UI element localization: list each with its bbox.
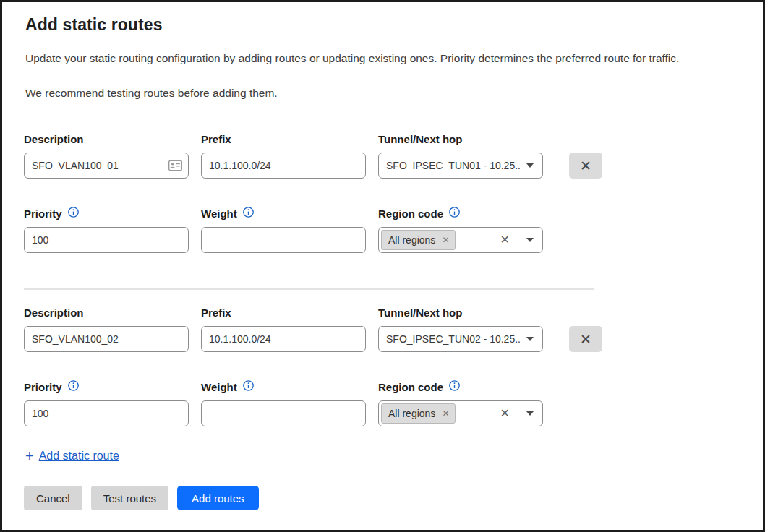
- remove-route-button[interactable]: ✕: [569, 153, 602, 179]
- info-icon[interactable]: [68, 380, 79, 393]
- test-routes-button[interactable]: Test routes: [91, 486, 168, 510]
- weight-label: Weight: [201, 206, 366, 220]
- route-2-row-1: Description Prefix Tunnel/Next hop SFO_I…: [24, 305, 741, 352]
- info-icon[interactable]: [449, 207, 460, 220]
- tunnel-select[interactable]: SFO_IPSEC_TUN02 - 10.25...: [378, 326, 543, 352]
- chip-remove-icon[interactable]: ✕: [442, 236, 449, 244]
- prefix-label: Prefix: [201, 132, 366, 146]
- route-2-tunnel-field: Tunnel/Next hop SFO_IPSEC_TUN02 - 10.25.…: [378, 305, 543, 352]
- chevron-down-icon: [526, 337, 534, 341]
- weight-label: Weight: [201, 379, 366, 394]
- chevron-down-icon: [526, 411, 534, 416]
- description-text-1: Update your static routing configuration…: [25, 52, 741, 65]
- priority-label: Priority: [24, 379, 189, 394]
- route-block-2: Description Prefix Tunnel/Next hop SFO_I…: [24, 305, 741, 426]
- route-1-region-field: Region code All regions ✕: [378, 206, 543, 253]
- priority-input[interactable]: [24, 227, 189, 253]
- info-icon[interactable]: [243, 380, 254, 393]
- route-2-region-field: Region code All regions ✕: [378, 379, 543, 426]
- region-code-select[interactable]: All regions ✕ ✕: [378, 400, 543, 426]
- route-1-tunnel-field: Tunnel/Next hop SFO_IPSEC_TUN01 - 10.25.…: [378, 132, 543, 179]
- add-routes-button[interactable]: Add routes: [177, 486, 259, 510]
- info-icon[interactable]: [243, 207, 254, 220]
- remove-route-button[interactable]: ✕: [569, 326, 602, 352]
- tunnel-selected-value: SFO_IPSEC_TUN01 - 10.25...: [386, 160, 521, 171]
- weight-input[interactable]: [201, 227, 366, 253]
- route-1-weight-field: Weight: [201, 206, 366, 253]
- description-text-2: We recommend testing routes before addin…: [25, 87, 741, 100]
- weight-input[interactable]: [201, 400, 366, 426]
- dialog-content: Add static routes Update your static rou…: [2, 2, 763, 463]
- description-input[interactable]: [24, 326, 189, 352]
- add-static-routes-dialog: { "dialog": { "title": "Add static route…: [0, 0, 765, 532]
- tunnel-label: Tunnel/Next hop: [378, 305, 543, 319]
- region-chip-label: All regions: [388, 408, 435, 419]
- route-1-row-2: Priority Weight: [24, 206, 741, 253]
- prefix-label: Prefix: [201, 305, 366, 319]
- cancel-button[interactable]: Cancel: [24, 486, 82, 510]
- chevron-down-icon: [526, 163, 534, 168]
- route-2-priority-field: Priority: [24, 379, 189, 426]
- add-static-route-link[interactable]: Add static route: [39, 450, 119, 463]
- clear-selection-icon[interactable]: ✕: [500, 234, 510, 246]
- prefix-input[interactable]: [201, 326, 366, 352]
- priority-label: Priority: [24, 206, 189, 220]
- route-1-priority-field: Priority: [24, 206, 189, 253]
- tunnel-select[interactable]: SFO_IPSEC_TUN01 - 10.25...: [378, 153, 543, 179]
- description-label: Description: [24, 305, 189, 319]
- route-1-description-field: Description: [24, 132, 189, 179]
- priority-input[interactable]: [24, 400, 189, 426]
- add-static-route-row: + Add static route: [25, 449, 741, 463]
- description-label: Description: [24, 132, 189, 146]
- route-2-prefix-field: Prefix: [201, 305, 366, 352]
- route-2-row-2: Priority Weight: [24, 379, 741, 426]
- region-chip-label: All regions: [388, 234, 435, 246]
- close-icon: ✕: [580, 158, 591, 174]
- clear-selection-icon[interactable]: ✕: [500, 408, 510, 419]
- route-divider: [24, 288, 594, 290]
- chip-remove-icon[interactable]: ✕: [442, 409, 449, 418]
- tunnel-label: Tunnel/Next hop: [378, 132, 543, 146]
- region-chip: All regions ✕: [381, 403, 456, 424]
- region-code-select[interactable]: All regions ✕ ✕: [378, 227, 543, 253]
- description-input[interactable]: [24, 153, 189, 179]
- footer-buttons: Cancel Test routes Add routes: [2, 476, 763, 510]
- region-code-label: Region code: [378, 206, 543, 220]
- region-chip: All regions ✕: [381, 230, 456, 250]
- route-block-1: Description Prefix: [24, 132, 741, 253]
- route-1-row-1: Description Prefix: [24, 132, 741, 179]
- chevron-down-icon: [526, 238, 534, 242]
- info-icon[interactable]: [68, 207, 79, 220]
- route-2-description-field: Description: [24, 305, 189, 352]
- plus-icon: +: [25, 449, 34, 463]
- prefix-input[interactable]: [201, 153, 366, 179]
- route-2-weight-field: Weight: [201, 379, 366, 426]
- dialog-footer: Cancel Test routes Add routes: [2, 476, 763, 530]
- info-icon[interactable]: [449, 380, 460, 393]
- page-title: Add static routes: [25, 15, 741, 35]
- close-icon: ✕: [580, 331, 591, 348]
- tunnel-selected-value: SFO_IPSEC_TUN02 - 10.25...: [386, 333, 521, 345]
- region-code-label: Region code: [378, 379, 543, 394]
- route-1-prefix-field: Prefix: [201, 132, 366, 179]
